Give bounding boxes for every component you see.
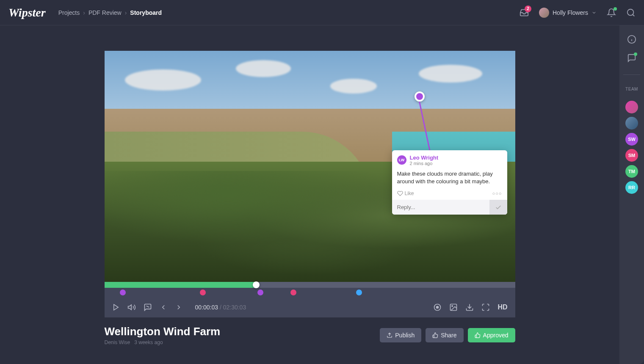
team-avatar[interactable]: SW	[625, 133, 638, 146]
avatar	[539, 8, 549, 18]
chat-icon[interactable]	[627, 53, 636, 63]
thumbs-up-icon	[475, 332, 481, 338]
notification-dot	[614, 7, 617, 11]
user-name: Holly Flowers	[553, 9, 588, 16]
comment-author[interactable]: Leo Wright	[410, 154, 439, 161]
breadcrumb-pdfreview[interactable]: PDF Review	[88, 9, 122, 16]
footer-actions: Publish Share Approved	[380, 328, 515, 342]
current-time: 00:00:03	[195, 304, 218, 311]
breadcrumb-projects[interactable]: Projects	[58, 9, 80, 16]
app-root: Wipster Projects › PDF Review › Storyboa…	[0, 0, 644, 364]
svg-marker-2	[113, 304, 118, 310]
team-avatar[interactable]: SM	[625, 149, 638, 162]
svg-marker-3	[128, 305, 131, 310]
reply-submit-button[interactable]	[489, 200, 507, 215]
video-container: LW Leo Wright 2 mins ago Make these clou…	[105, 51, 515, 317]
uploaded-ago: 3 weeks ago	[134, 339, 163, 345]
heart-icon	[397, 190, 403, 196]
publish-button[interactable]: Publish	[380, 328, 421, 342]
svg-line-4	[146, 306, 149, 307]
inbox-icon[interactable]: 2	[520, 8, 529, 17]
timeline-marker[interactable]	[257, 290, 263, 295]
record-icon[interactable]	[433, 303, 442, 312]
info-icon[interactable]	[627, 35, 636, 44]
like-label: Like	[405, 190, 414, 196]
video-controls: 00:00:03 / 02:30:03	[105, 297, 515, 317]
like-button[interactable]: Like	[397, 190, 414, 196]
volume-button[interactable]	[127, 303, 136, 312]
right-sidebar: TEAM SWSMTMRR	[619, 25, 644, 364]
marker-row	[105, 288, 515, 297]
share-button[interactable]: Share	[426, 328, 463, 342]
timeline-progress	[105, 282, 257, 288]
comment-button[interactable]	[144, 303, 152, 312]
content: LW Leo Wright 2 mins ago Make these clou…	[0, 25, 619, 364]
play-button[interactable]	[112, 303, 120, 311]
fullscreen-icon[interactable]	[481, 303, 490, 312]
timeline-marker[interactable]	[356, 290, 362, 295]
logo[interactable]: Wipster	[8, 6, 46, 19]
team-list: SWSMTMRR	[625, 101, 638, 194]
uploader[interactable]: Denis Wise	[105, 339, 130, 345]
header-actions: 2 Holly Flowers	[520, 8, 636, 18]
team-avatar[interactable]	[625, 117, 638, 130]
upload-icon	[387, 332, 392, 338]
svg-point-6	[437, 306, 439, 309]
chevron-right-icon: ›	[125, 9, 127, 16]
video-title: Wellington Wind Farm	[105, 325, 221, 338]
reply-input[interactable]	[392, 200, 489, 215]
download-icon[interactable]	[465, 303, 474, 312]
duration: 02:30:03	[223, 304, 246, 311]
comment-text: Make these clouds more dramatic, play ar…	[392, 168, 507, 189]
thumbs-up-icon	[432, 332, 438, 338]
comment-timestamp: 2 mins ago	[410, 161, 439, 166]
check-icon	[495, 204, 502, 211]
team-avatar[interactable]	[625, 101, 638, 113]
annotation-pin[interactable]	[415, 91, 425, 102]
team-avatar[interactable]: RR	[625, 181, 638, 194]
team-avatar[interactable]: TM	[625, 165, 638, 178]
video-footer: Wellington Wind Farm Denis Wise 3 weeks …	[105, 317, 515, 345]
header: Wipster Projects › PDF Review › Storyboa…	[0, 0, 644, 25]
svg-line-1	[633, 14, 634, 16]
image-icon[interactable]	[449, 303, 458, 312]
breadcrumb: Projects › PDF Review › Storyboard	[58, 9, 162, 16]
comment-popup: LW Leo Wright 2 mins ago Make these clou…	[392, 150, 507, 215]
search-icon[interactable]	[626, 8, 636, 17]
more-icon[interactable]: ○○○	[492, 191, 502, 196]
video-meta: Denis Wise 3 weeks ago	[105, 339, 221, 345]
svg-point-8	[452, 306, 453, 307]
quality-label[interactable]: HD	[498, 303, 507, 311]
video-frame[interactable]: LW Leo Wright 2 mins ago Make these clou…	[105, 51, 515, 282]
timeline-marker[interactable]	[290, 290, 296, 295]
divider	[623, 74, 641, 75]
main: LW Leo Wright 2 mins ago Make these clou…	[0, 25, 644, 364]
timeline-marker[interactable]	[200, 290, 206, 295]
svg-point-0	[627, 9, 634, 15]
breadcrumb-current[interactable]: Storyboard	[130, 9, 162, 16]
timeline-marker[interactable]	[120, 290, 126, 295]
user-menu[interactable]: Holly Flowers	[539, 8, 597, 18]
next-button[interactable]	[175, 303, 182, 311]
timecode: 00:00:03 / 02:30:03	[195, 304, 246, 311]
chat-dot	[634, 52, 637, 56]
chevron-down-icon	[591, 10, 597, 15]
timeline-thumb[interactable]	[253, 281, 260, 288]
team-label: TEAM	[625, 87, 638, 91]
chevron-right-icon: ›	[83, 9, 85, 16]
inbox-badge: 2	[525, 6, 531, 12]
notifications-icon[interactable]	[607, 8, 616, 17]
approved-button[interactable]: Approved	[468, 328, 515, 342]
timeline-track[interactable]	[105, 282, 515, 288]
timeline: 00:00:03 / 02:30:03	[105, 282, 515, 317]
prev-button[interactable]	[160, 303, 167, 311]
comment-avatar: LW	[397, 155, 406, 165]
